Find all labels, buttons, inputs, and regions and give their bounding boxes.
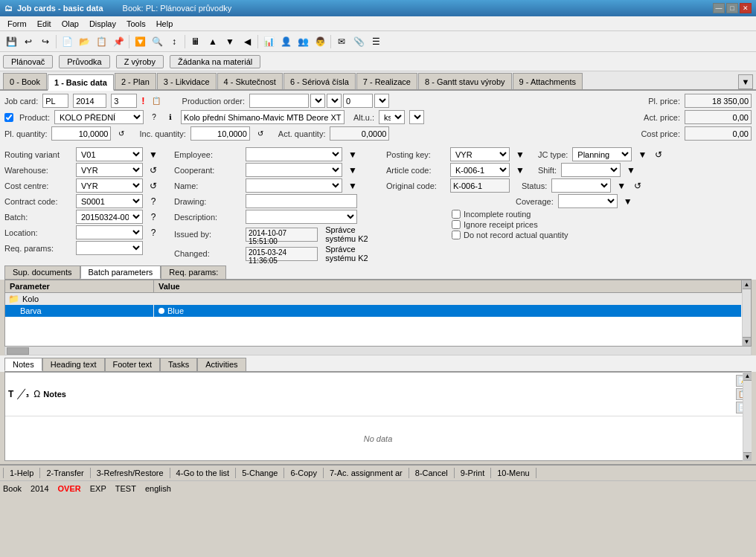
tab-gantt[interactable]: 8 - Gantt stavu výroby: [418, 73, 512, 89]
jc-type-dropdown[interactable]: ▼: [636, 148, 648, 161]
req-params-select[interactable]: [76, 241, 143, 255]
sub-tab-sup-documents[interactable]: Sup. documents: [4, 265, 80, 279]
key-print[interactable]: 9-Print: [455, 468, 491, 478]
batch-select[interactable]: 20150324-002: [76, 210, 143, 224]
pl-quantity-field[interactable]: [51, 126, 111, 141]
prod-order-field[interactable]: [249, 94, 309, 108]
menu-help[interactable]: Help: [152, 19, 178, 29]
name-dropdown[interactable]: ▼: [347, 179, 359, 193]
tb-filter[interactable]: 🔽: [132, 33, 148, 50]
inc-qty-refresh[interactable]: ↺: [254, 128, 266, 140]
warehouse-select[interactable]: VYR: [76, 163, 143, 177]
vscroll-down[interactable]: ▼: [743, 337, 751, 346]
tb-arrow-down[interactable]: ▼: [222, 33, 238, 50]
cost-centre-select[interactable]: VYR: [76, 178, 143, 193]
key-change[interactable]: 5-Change: [236, 468, 284, 478]
coverage-dropdown[interactable]: ▼: [622, 195, 634, 208]
vscroll-up[interactable]: ▲: [743, 280, 751, 289]
tab-plan[interactable]: 2 - Plan: [115, 73, 156, 89]
pruvodka-button[interactable]: Průvodka: [59, 55, 109, 68]
notes-tab-tasks[interactable]: Tasks: [160, 358, 197, 371]
sub-tab-req-params[interactable]: Req. params:: [161, 265, 226, 279]
menu-tools[interactable]: Tools: [122, 19, 150, 29]
drawing-field[interactable]: [246, 194, 357, 208]
key-copy[interactable]: 6-Copy: [284, 468, 323, 478]
tb-open[interactable]: 📂: [76, 33, 92, 50]
inc-qty-field[interactable]: [190, 126, 250, 141]
product-help-btn[interactable]: ?: [148, 111, 160, 124]
location-select[interactable]: [76, 225, 143, 239]
z-vyroby-button[interactable]: Z výroby: [116, 55, 164, 68]
description-select[interactable]: [246, 210, 357, 224]
jc-type-refresh[interactable]: ↺: [653, 148, 664, 161]
batch-vscrollbar[interactable]: ▲ ▼: [742, 280, 751, 346]
notes-vscrollbar[interactable]: ▲ ▼: [743, 372, 752, 461]
tab-book[interactable]: 0 - Book: [3, 73, 47, 89]
tb-calc[interactable]: 🖩: [188, 33, 204, 50]
prod-order-num[interactable]: [343, 94, 373, 108]
table-row[interactable]: Barva Blue: [5, 305, 742, 317]
tb-save[interactable]: 💾: [3, 33, 19, 50]
tab-seriova[interactable]: 6 - Sériová čísla: [284, 73, 356, 89]
key-transfer[interactable]: 2-Transfer: [40, 468, 90, 478]
sub-tab-batch-params[interactable]: Batch parameters: [80, 265, 161, 279]
tb-undo[interactable]: ↩: [20, 33, 36, 50]
contract-code-select[interactable]: S0001: [76, 194, 143, 208]
shift-select[interactable]: [561, 163, 621, 177]
name-select[interactable]: [246, 178, 342, 193]
menu-display[interactable]: Display: [85, 19, 121, 29]
batch-hscrollbar[interactable]: [4, 347, 752, 355]
contract-help[interactable]: ?: [147, 195, 159, 208]
prod-order-select[interactable]: [310, 94, 325, 108]
jc-type-select[interactable]: Planning: [572, 147, 632, 161]
status-refresh[interactable]: ↺: [632, 179, 644, 193]
prod-order-select2[interactable]: [327, 94, 342, 108]
tb-graph[interactable]: 📊: [260, 33, 277, 50]
routing-variant-select[interactable]: V01: [76, 147, 143, 161]
tb-new[interactable]: 📄: [59, 33, 75, 50]
warehouse-refresh[interactable]: ↺: [147, 164, 159, 177]
close-button[interactable]: ✕: [740, 3, 752, 13]
notes-vscroll-down[interactable]: ▼: [743, 452, 752, 461]
routing-dropdown[interactable]: ▼: [147, 148, 159, 161]
tb-paste[interactable]: 📌: [110, 33, 126, 50]
cost-centre-refresh[interactable]: ↺: [147, 179, 159, 193]
job-card-pl-field[interactable]: [42, 94, 68, 108]
notes-tab-footer[interactable]: Footer text: [105, 358, 161, 371]
alt-u-select[interactable]: ks: [379, 110, 405, 124]
tb-person2[interactable]: 👥: [295, 33, 311, 50]
key-help[interactable]: 1-Help: [3, 468, 40, 478]
key-menu[interactable]: 10-Menu: [491, 468, 536, 478]
tb-redo[interactable]: ↪: [37, 33, 54, 50]
alt-u-select2[interactable]: [409, 110, 424, 124]
notes-tab-notes[interactable]: Notes: [4, 358, 42, 371]
tb-person1[interactable]: 👤: [278, 33, 294, 50]
zadanka-button[interactable]: Žádanka na materiál: [170, 55, 260, 68]
product-desc-field[interactable]: [181, 110, 345, 124]
menu-olap[interactable]: Olap: [57, 19, 83, 29]
tb-search[interactable]: 🔍: [149, 33, 165, 50]
tab-attachments[interactable]: 9 - Attachments: [513, 73, 583, 89]
ignore-receipt-checkbox[interactable]: [452, 220, 461, 229]
notes-tab-activities[interactable]: Activities: [197, 358, 246, 371]
status-select[interactable]: [551, 178, 611, 193]
tb-list[interactable]: ☰: [368, 33, 384, 50]
pl-qty-refresh[interactable]: ↺: [115, 128, 127, 140]
coverage-select[interactable]: [558, 194, 618, 208]
menu-edit[interactable]: Edit: [33, 19, 56, 29]
key-ac-assign[interactable]: 7-Ac. assignment ar: [324, 468, 409, 478]
product-checkbox[interactable]: [4, 113, 13, 122]
tab-realizace[interactable]: 7 - Realizace: [356, 73, 417, 89]
tab-dropdown[interactable]: ▼: [738, 74, 753, 89]
key-refresh[interactable]: 3-Refresh/Restore: [91, 468, 170, 478]
posting-key-select[interactable]: VYR: [450, 147, 510, 161]
incomplete-routing-checkbox[interactable]: [452, 210, 461, 219]
cooperant-dropdown[interactable]: ▼: [347, 164, 359, 177]
maximize-button[interactable]: □: [726, 3, 738, 13]
product-code-select[interactable]: KOLO PŘEDNÍ: [54, 110, 144, 124]
copy-btn[interactable]: 📋: [150, 94, 163, 108]
article-code-select[interactable]: K-006-1: [450, 163, 510, 177]
key-goto-list[interactable]: 4-Go to the list: [170, 468, 237, 478]
product-info-btn[interactable]: ℹ: [164, 111, 176, 124]
menu-form[interactable]: Form: [3, 19, 31, 29]
